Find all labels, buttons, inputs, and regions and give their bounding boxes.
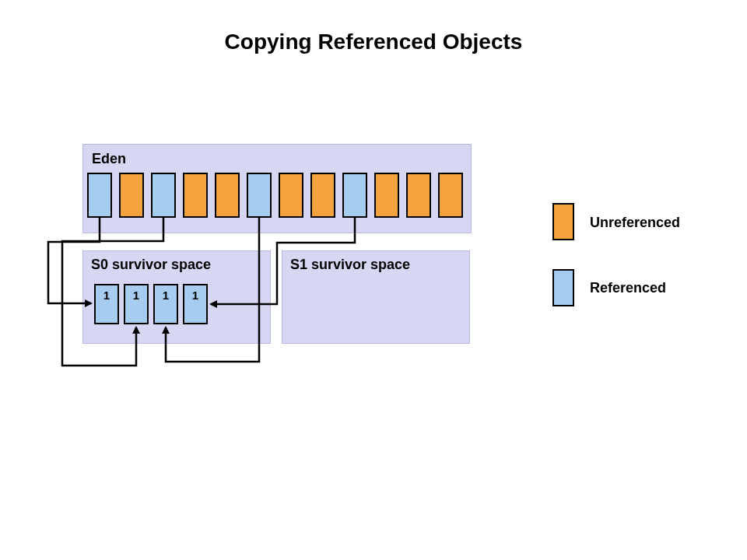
legend-unreferenced-label: Unreferenced — [590, 215, 680, 231]
eden-obj-3 — [183, 173, 208, 218]
s0-age-1: 1 — [133, 289, 139, 302]
s0-obj-0: 1 — [94, 284, 119, 324]
s1-label: S1 survivor space — [290, 257, 410, 273]
diagram-title: Copying Referenced Objects — [0, 30, 747, 54]
legend-unreferenced-swatch — [552, 203, 574, 240]
s0-age-2: 1 — [163, 289, 169, 302]
eden-obj-6 — [279, 173, 303, 218]
s0-obj-1: 1 — [124, 284, 149, 324]
eden-obj-7 — [310, 173, 335, 218]
eden-obj-2 — [151, 173, 176, 218]
s0-age-3: 1 — [192, 289, 198, 302]
eden-label: Eden — [92, 151, 126, 167]
s0-label: S0 survivor space — [91, 257, 211, 273]
legend-referenced-label: Referenced — [590, 280, 666, 296]
s0-obj-2: 1 — [153, 284, 178, 324]
eden-obj-10 — [406, 173, 431, 218]
diagram-stage: Copying Referenced Objects Eden S0 survi… — [0, 0, 747, 560]
eden-obj-11 — [438, 173, 463, 218]
eden-obj-4 — [215, 173, 240, 218]
s0-age-0: 1 — [103, 289, 110, 302]
eden-obj-1 — [119, 173, 144, 218]
eden-obj-0 — [87, 173, 112, 218]
s0-obj-3: 1 — [183, 284, 208, 324]
eden-obj-8 — [342, 173, 367, 218]
eden-obj-9 — [374, 173, 399, 218]
eden-obj-5 — [247, 173, 272, 218]
legend-referenced-swatch — [552, 269, 574, 306]
